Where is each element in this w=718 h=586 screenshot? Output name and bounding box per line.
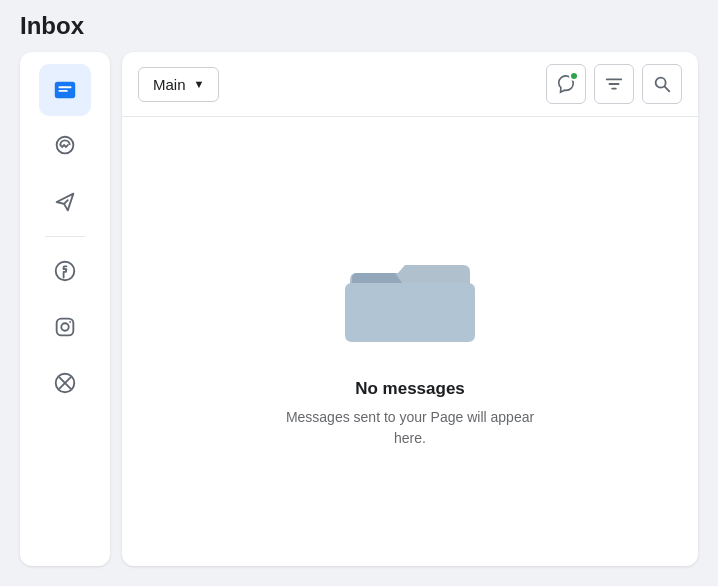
messenger-inbox-icon: [52, 77, 78, 103]
sidebar-item-facebook[interactable]: [39, 245, 91, 297]
search-icon: [652, 74, 672, 94]
send-icon: [52, 189, 78, 215]
sidebar-item-send[interactable]: [39, 176, 91, 228]
empty-description: Messages sent to your Page will appear h…: [280, 407, 540, 449]
search-button[interactable]: [642, 64, 682, 104]
header: Inbox: [0, 0, 718, 52]
page-wrapper: Inbox: [0, 0, 718, 586]
filter-icon: [604, 74, 624, 94]
notification-dot: [569, 71, 579, 81]
sidebar-item-instagram[interactable]: [39, 301, 91, 353]
right-panel: Main ▼: [122, 52, 698, 566]
empty-state: No messages Messages sent to your Page w…: [122, 117, 698, 566]
main-content: Main ▼: [0, 52, 718, 586]
sidebar: [20, 52, 110, 566]
sidebar-divider-1: [45, 236, 85, 237]
filter-button[interactable]: [594, 64, 634, 104]
empty-title: No messages: [355, 379, 465, 399]
sidebar-item-messenger-chat[interactable]: [39, 120, 91, 172]
empty-folder-icon: [330, 235, 490, 355]
main-dropdown-button[interactable]: Main ▼: [138, 67, 219, 102]
sidebar-item-messenger-inbox[interactable]: [39, 64, 91, 116]
chevron-down-icon: ▼: [194, 78, 205, 90]
dropdown-label: Main: [153, 76, 186, 93]
folder-icon-wrapper: [330, 235, 490, 359]
chat-notification-button[interactable]: [546, 64, 586, 104]
facebook-icon: [52, 258, 78, 284]
svg-point-4: [61, 323, 68, 330]
page-title: Inbox: [20, 12, 698, 40]
svg-line-13: [665, 87, 670, 92]
messenger-chat-icon: [52, 133, 78, 159]
svg-point-5: [69, 321, 71, 323]
panel-toolbar: Main ▼: [122, 52, 698, 117]
toolbar-left: Main ▼: [138, 67, 219, 102]
toolbar-right: [546, 64, 682, 104]
sidebar-item-cross[interactable]: [39, 357, 91, 409]
instagram-icon: [52, 314, 78, 340]
cross-icon: [52, 370, 78, 396]
svg-rect-3: [57, 319, 74, 336]
